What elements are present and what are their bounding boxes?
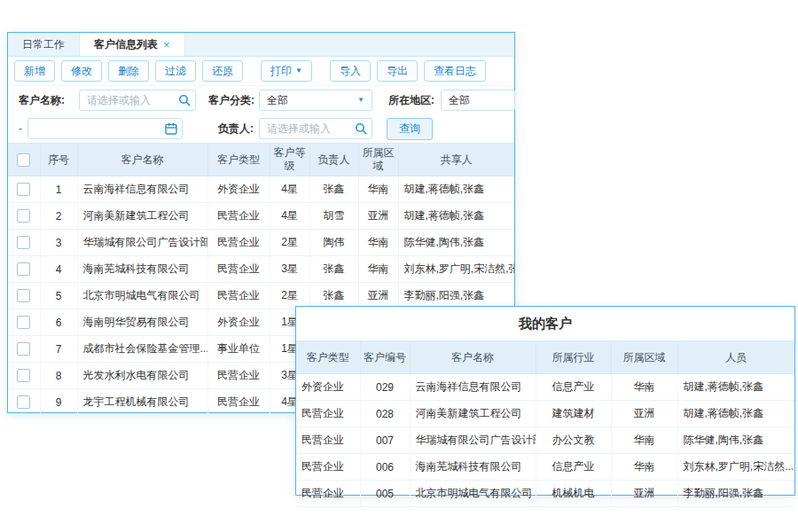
industry-cell: 信息产业	[536, 454, 611, 481]
row-checkbox-cell	[8, 256, 40, 283]
customer-type-cell: 民营企业	[296, 401, 360, 427]
row-checkbox[interactable]	[17, 183, 30, 196]
customer-name-link[interactable]: 华瑞城有限公司广告设计部	[77, 230, 207, 256]
view-log-button[interactable]: 查看日志	[424, 60, 486, 82]
filter-row-1: 客户名称: 客户分类: 全部 ▼ 所在地区: 全部	[8, 86, 514, 114]
customer-code-link[interactable]: 028	[360, 401, 410, 427]
customer-code-link[interactable]: 006	[360, 454, 410, 481]
customer-code-link[interactable]: 005	[360, 481, 410, 507]
row-checkbox-cell	[8, 336, 40, 363]
tab-customer-list[interactable]: 客户信息列表 ×	[79, 33, 185, 56]
serial-cell: 6	[40, 309, 77, 336]
my-customers-window: 我的客户 客户类型 客户编号 客户名称 所属行业 所属区域 人员 外资企业029…	[295, 306, 795, 496]
owner-link[interactable]: 张鑫	[309, 256, 358, 283]
customer-name-link[interactable]: 河南美新建筑工程公司	[410, 401, 536, 427]
my-customers-table-header: 客户类型 客户编号 客户名称 所属行业 所属区域 人员	[296, 341, 794, 374]
col-header-owner: 负责人	[309, 144, 358, 176]
col-header-shared: 共享人	[398, 144, 514, 176]
row-checkbox-cell	[8, 283, 40, 309]
customer-name-link[interactable]: 海南芜城科技有限公司	[410, 454, 536, 481]
row-checkbox[interactable]	[17, 289, 30, 302]
customer-name-link[interactable]: 海南明华贸易有限公司	[77, 309, 207, 336]
category-label: 客户分类:	[208, 86, 254, 114]
col-header-code: 客户编号	[360, 341, 410, 374]
customer-name-link[interactable]: 海南芜城科技有限公司	[77, 256, 207, 283]
customer-type-cell: 民营企业	[207, 256, 270, 283]
customer-type-cell: 事业单位	[207, 336, 270, 363]
region-cell: 华南	[611, 454, 677, 481]
row-checkbox[interactable]	[17, 395, 30, 409]
row-checkbox[interactable]	[17, 342, 30, 356]
date-range-dash: -	[19, 114, 22, 143]
owner-field	[259, 118, 372, 139]
region-cell: 亚洲	[358, 283, 398, 309]
row-checkbox-cell	[8, 389, 40, 416]
customer-name-label: 客户名称:	[19, 86, 65, 114]
date-input[interactable]	[28, 119, 182, 138]
import-button[interactable]: 导入	[330, 60, 371, 82]
table-row: 5北京市明城电气有限公司民营企业2星张鑫亚洲李勤丽,阳强,张鑫	[8, 283, 514, 309]
customer-name-link[interactable]: 云南海祥信息有限公司	[77, 176, 207, 203]
row-checkbox[interactable]	[17, 369, 30, 382]
customer-type-cell: 民营企业	[296, 427, 360, 454]
select-all-checkbox[interactable]	[17, 153, 30, 167]
customer-type-cell: 民营企业	[296, 454, 360, 481]
customer-name-link[interactable]: 光发水利水电有限公司	[77, 363, 207, 389]
print-button[interactable]: 打印 ▼	[261, 60, 312, 82]
customer-name-link[interactable]: 华瑞城有限公司广告设计部	[410, 427, 536, 454]
tab-label: 客户信息列表	[94, 33, 158, 56]
owner-link[interactable]: 胡雪	[309, 203, 358, 230]
customer-name-link[interactable]: 龙宇工程机械有限公司	[77, 389, 207, 416]
owner-link[interactable]: 张鑫	[309, 176, 358, 203]
table-row: 民营企业007华瑞城有限公司广告设计部办公文教华南陈华健,陶伟,张鑫	[296, 427, 794, 454]
customer-code-link[interactable]: 007	[360, 427, 410, 454]
date-field	[27, 118, 183, 139]
calendar-icon[interactable]	[165, 122, 177, 135]
serial-cell: 4	[40, 256, 77, 283]
customer-name-link[interactable]: 北京市明城电气有限公司	[77, 283, 207, 309]
search-icon[interactable]	[355, 122, 367, 135]
owner-link[interactable]: 陶伟	[309, 230, 358, 256]
customer-type-cell: 外资企业	[207, 176, 270, 203]
row-checkbox[interactable]	[17, 236, 30, 249]
restore-button[interactable]: 还原	[202, 60, 243, 82]
category-select-value: 全部	[267, 93, 288, 108]
industry-cell: 机械机电	[536, 481, 611, 507]
customer-code-link[interactable]: 029	[360, 374, 410, 401]
customer-name-link[interactable]: 成都市社会保险基金管理...	[77, 336, 207, 363]
tab-daily-work[interactable]: 日常工作	[8, 33, 79, 56]
customer-table-header: 序号 客户名称 客户类型 客户等级 负责人 所属区域 共享人	[8, 144, 514, 176]
select-all-cell	[8, 144, 40, 176]
filter-row-2: - 负责人: 查询	[8, 114, 514, 143]
close-tab-icon[interactable]: ×	[163, 39, 170, 51]
table-row: 2河南美新建筑工程公司民营企业4星胡雪亚洲胡建,蒋德帧,张鑫	[8, 203, 514, 230]
delete-button[interactable]: 删除	[108, 60, 149, 82]
customer-name-link[interactable]: 北京市明城电气有限公司	[410, 481, 536, 507]
row-checkbox[interactable]	[17, 316, 30, 329]
region-select-value: 全部	[449, 93, 470, 108]
search-icon[interactable]	[178, 94, 191, 106]
edit-button[interactable]: 修改	[61, 60, 102, 82]
export-button[interactable]: 导出	[377, 60, 418, 82]
region-cell: 华南	[611, 427, 677, 454]
header-row: 序号 客户名称 客户类型 客户等级 负责人 所属区域 共享人	[8, 144, 514, 176]
serial-cell: 9	[40, 389, 77, 416]
add-button[interactable]: 新增	[14, 60, 55, 82]
customer-name-link[interactable]: 云南海祥信息有限公司	[410, 374, 536, 401]
category-select[interactable]: 全部 ▼	[259, 90, 372, 111]
shared-cell: 刘东林,罗广明,宋洁然,张鑫	[398, 256, 514, 283]
col-header-no: 序号	[40, 144, 77, 176]
customer-name-link[interactable]: 河南美新建筑工程公司	[77, 203, 207, 230]
col-header-name: 客户名称	[77, 144, 207, 176]
col-header-type: 客户类型	[296, 341, 360, 374]
row-checkbox-cell	[8, 203, 40, 230]
row-checkbox[interactable]	[17, 262, 30, 276]
row-checkbox[interactable]	[17, 209, 30, 223]
table-row: 1云南海祥信息有限公司外资企业4星张鑫华南胡建,蒋德帧,张鑫	[8, 176, 514, 203]
customer-type-cell: 民营企业	[207, 363, 270, 389]
owner-link[interactable]: 张鑫	[309, 283, 358, 309]
col-header-level: 客户等级	[270, 144, 309, 176]
region-select[interactable]: 全部	[441, 90, 515, 111]
filter-button[interactable]: 过滤	[155, 60, 196, 82]
query-button[interactable]: 查询	[387, 118, 433, 140]
